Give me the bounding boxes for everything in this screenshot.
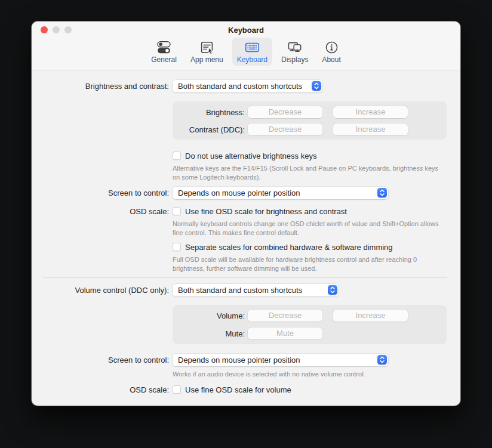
volume-screen-row: Screen to control: Depends on mouse poin… <box>32 353 388 366</box>
fine-osd-help-text: Normally keyboard controls change one OS… <box>173 220 444 237</box>
brightness-shortcuts-box: Brightness: Decrease Increase Contrast (… <box>173 101 447 140</box>
alt-keys-checkbox[interactable] <box>173 152 181 160</box>
contrast-increase-button[interactable]: Increase <box>333 123 408 135</box>
section-divider <box>43 277 447 278</box>
zoom-button <box>64 26 72 33</box>
volume-mode-label: Volume control (DDC only): <box>32 286 169 295</box>
brightness-decrease-button[interactable]: Decrease <box>248 106 322 118</box>
alt-keys-row: Do not use alternative brightness keys <box>32 151 316 160</box>
separate-scales-help-text: Full OSD scale will be available for har… <box>173 255 444 273</box>
popup-chevrons-icon <box>312 81 321 91</box>
brightness-osd-row: OSD scale: Use fine OSD scale for bright… <box>32 206 347 216</box>
fine-osd-brightness-checkbox[interactable] <box>173 207 181 215</box>
alt-keys-checkbox-label: Do not use alternative brightness keys <box>185 152 316 160</box>
brightness-mode-label: Brightness and contrast: <box>32 82 169 91</box>
volume-screen-popup[interactable]: Depends on mouse pointer position <box>173 354 388 366</box>
brightness-increase-button[interactable]: Increase <box>333 106 408 118</box>
fine-osd-volume-checkbox[interactable] <box>173 385 181 394</box>
tab-general-label: General <box>151 55 177 64</box>
volume-increase-button[interactable]: Increase <box>333 310 408 322</box>
fine-osd-volume-checkbox-label: Use fine OSD scale for volume <box>185 385 291 394</box>
menu-doc-icon <box>199 39 215 55</box>
separate-scales-checkbox[interactable] <box>173 243 181 251</box>
volume-mode-popup[interactable]: Both standard and custom shortcuts <box>173 284 339 296</box>
popup-chevrons-icon <box>377 355 387 364</box>
mute-shortcut-row: Mute: Mute <box>173 327 322 339</box>
mute-button[interactable]: Mute <box>248 327 322 339</box>
separate-scales-checkbox-label: Separate scales for combined hardware & … <box>185 243 393 252</box>
tab-app-menu[interactable]: App menu <box>186 38 228 66</box>
volume-screen-label: Screen to control: <box>32 356 169 364</box>
brightness-screen-popup[interactable]: Depends on mouse pointer position <box>173 187 388 199</box>
brightness-mode-row: Brightness and contrast: Both standard a… <box>32 79 322 92</box>
popup-chevrons-icon <box>377 188 387 197</box>
volume-row-label: Volume: <box>173 311 245 320</box>
volume-screen-popup-value: Depends on mouse pointer position <box>178 356 300 364</box>
info-icon <box>324 39 340 55</box>
popup-chevrons-icon <box>328 285 337 295</box>
volume-shortcut-row: Volume: Decrease Increase <box>173 310 408 322</box>
tab-displays[interactable]: Displays <box>276 38 313 66</box>
brightness-osd-label: OSD scale: <box>32 207 169 216</box>
contrast-row-label: Contrast (DDC): <box>173 125 245 134</box>
brightness-screen-row: Screen to control: Depends on mouse poin… <box>32 186 388 199</box>
volume-mode-row: Volume control (DDC only): Both standard… <box>32 283 339 296</box>
window-title: Keyboard <box>32 21 460 37</box>
displays-icon <box>287 39 303 55</box>
fine-osd-brightness-checkbox-label: Use fine OSD scale for brightness and co… <box>185 207 347 216</box>
contrast-decrease-button[interactable]: Decrease <box>248 123 322 135</box>
brightness-mode-popup[interactable]: Both standard and custom shortcuts <box>173 80 322 92</box>
tab-about[interactable]: About <box>317 38 345 66</box>
separate-scales-row: Separate scales for combined hardware & … <box>32 242 393 252</box>
preferences-window: Keyboard General <box>32 21 460 406</box>
close-button[interactable] <box>41 26 48 33</box>
window-header: Keyboard General <box>32 21 460 70</box>
brightness-screen-popup-value: Depends on mouse pointer position <box>178 189 300 197</box>
volume-screen-help-text: Works if an audio device is selected wit… <box>173 370 365 379</box>
keyboard-icon <box>244 39 260 55</box>
volume-mode-popup-value: Both standard and custom shortcuts <box>178 286 302 295</box>
toggles-icon <box>156 39 172 55</box>
volume-shortcuts-box: Volume: Decrease Increase Mute: Mute <box>173 305 447 344</box>
brightness-shortcut-row: Brightness: Decrease Increase <box>173 106 408 118</box>
volume-osd-label: OSD scale: <box>32 385 169 394</box>
alt-keys-help-text: Alternative keys are the F14/F15 (Scroll… <box>173 164 444 182</box>
brightness-screen-label: Screen to control: <box>32 189 169 197</box>
minimize-button <box>53 26 60 33</box>
tab-keyboard-label: Keyboard <box>237 55 267 64</box>
volume-osd-row: OSD scale: Use fine OSD scale for volume <box>32 385 291 394</box>
tab-displays-label: Displays <box>281 55 308 64</box>
brightness-row-label: Brightness: <box>173 108 245 117</box>
traffic-lights <box>41 26 72 33</box>
tab-app-menu-label: App menu <box>190 55 223 64</box>
keyboard-settings-pane: Brightness and contrast: Both standard a… <box>32 70 460 405</box>
tab-about-label: About <box>322 55 340 64</box>
tab-keyboard[interactable]: Keyboard <box>232 38 272 66</box>
mute-row-label: Mute: <box>173 329 245 338</box>
brightness-mode-popup-value: Both standard and custom shortcuts <box>178 82 302 91</box>
contrast-shortcut-row: Contrast (DDC): Decrease Increase <box>173 123 408 135</box>
preferences-toolbar: General App menu <box>32 38 460 66</box>
volume-decrease-button[interactable]: Decrease <box>248 310 322 322</box>
tab-general[interactable]: General <box>146 38 182 66</box>
